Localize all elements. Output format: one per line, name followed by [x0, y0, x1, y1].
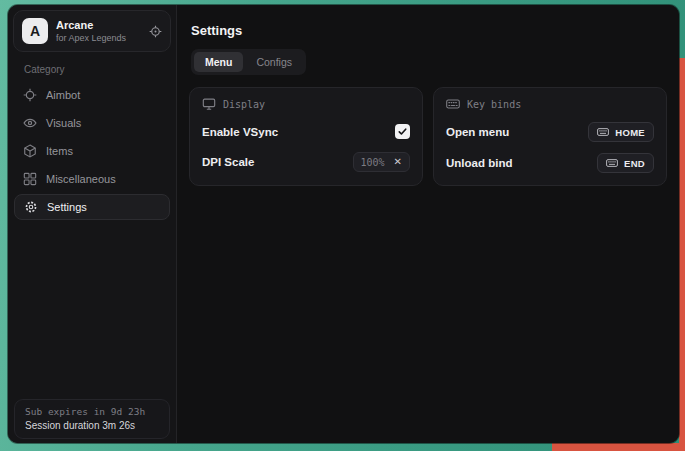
cube-icon [23, 144, 37, 158]
keyboard-icon [446, 97, 460, 111]
sidebar-item-settings[interactable]: Settings [14, 194, 170, 220]
game-background-red-edge [679, 58, 685, 451]
enable-vsync-checkbox[interactable] [395, 124, 410, 139]
monitor-icon [202, 97, 216, 111]
open-menu-key: HOME [615, 127, 645, 138]
sidebar-item-label: Items [46, 145, 73, 157]
keybinds-card-title: Key binds [467, 99, 521, 110]
enable-vsync-label: Enable VSync [202, 126, 278, 138]
sidebar-item-label: Miscellaneous [46, 173, 116, 185]
open-menu-keybind-button[interactable]: HOME [588, 122, 654, 142]
sidebar-item-label: Aimbot [46, 89, 80, 101]
grid-icon [23, 172, 37, 186]
clear-icon[interactable]: ✕ [394, 157, 402, 167]
sidebar-item-label: Visuals [46, 117, 81, 129]
app-name: Arcane [56, 19, 126, 31]
dpi-scale-input[interactable]: 100% ✕ [353, 152, 410, 172]
keyboard-icon [597, 126, 609, 138]
sidebar-nav: Aimbot Visuals Items [8, 81, 176, 220]
app-window: A Arcane for Apex Legends Category [8, 5, 679, 443]
settings-cards: Display Enable VSync DPI Scale 100% ✕ [189, 87, 667, 186]
app-header-card: A Arcane for Apex Legends [13, 10, 171, 52]
eye-icon [23, 116, 37, 130]
sidebar-item-items[interactable]: Items [14, 137, 170, 165]
tab-menu[interactable]: Menu [194, 52, 243, 72]
tab-bar: Menu Configs [191, 49, 306, 75]
dpi-scale-value: 100% [361, 157, 385, 168]
target-icon[interactable] [149, 25, 162, 38]
session-duration-label: Session duration [25, 420, 100, 431]
enable-vsync-row: Enable VSync [202, 122, 410, 141]
open-menu-label: Open menu [446, 126, 509, 138]
display-card-header: Display [202, 97, 410, 111]
game-background-red-bottom [552, 443, 685, 451]
page-title: Settings [191, 23, 667, 38]
unload-bind-keybind-button[interactable]: END [597, 153, 654, 173]
display-card: Display Enable VSync DPI Scale 100% ✕ [189, 87, 423, 186]
unload-bind-row: Unload bind END [446, 153, 654, 173]
sidebar-item-aimbot[interactable]: Aimbot [14, 81, 170, 109]
crosshair-icon [23, 88, 37, 102]
sidebar: A Arcane for Apex Legends Category [8, 5, 176, 443]
keybinds-card-header: Key binds [446, 97, 654, 111]
app-title-block: Arcane for Apex Legends [56, 19, 126, 43]
sidebar-item-visuals[interactable]: Visuals [14, 109, 170, 137]
app-subtitle: for Apex Legends [56, 33, 126, 43]
sub-expires-text: Sub expires in 9d 23h [25, 406, 159, 417]
subscription-card: Sub expires in 9d 23h Session duration 3… [14, 399, 170, 439]
session-duration-value: 3m 26s [102, 420, 135, 431]
session-duration-text: Session duration 3m 26s [25, 420, 159, 431]
dpi-scale-row: DPI Scale 100% ✕ [202, 152, 410, 172]
unload-bind-label: Unload bind [446, 157, 512, 169]
dpi-scale-label: DPI Scale [202, 156, 254, 168]
tab-configs[interactable]: Configs [245, 52, 303, 72]
app-logo: A [22, 18, 48, 44]
sidebar-item-miscellaneous[interactable]: Miscellaneous [14, 165, 170, 193]
category-label: Category [24, 64, 176, 75]
gear-icon [24, 200, 38, 214]
check-icon [397, 126, 408, 137]
unload-bind-key: END [624, 158, 645, 169]
keyboard-icon [606, 157, 618, 169]
sidebar-item-label: Settings [47, 201, 87, 213]
keybinds-card: Key binds Open menu HOME [433, 87, 667, 186]
open-menu-row: Open menu HOME [446, 122, 654, 142]
display-card-title: Display [223, 99, 265, 110]
main-panel: Settings Menu Configs Display Enable VSy… [176, 5, 679, 443]
